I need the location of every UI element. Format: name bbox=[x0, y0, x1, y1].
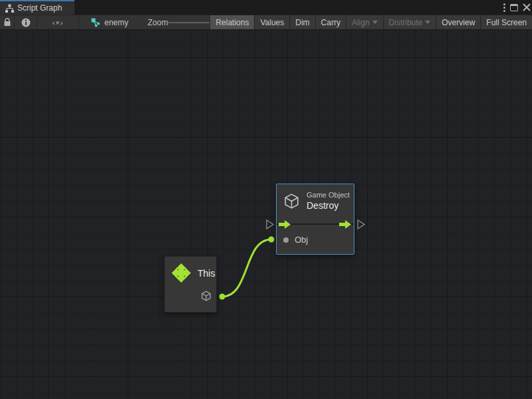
close-icon[interactable] bbox=[523, 3, 531, 11]
chevron-down-icon bbox=[425, 21, 430, 24]
destroy-node-titles: Game Object Destroy bbox=[307, 190, 350, 211]
lock-button[interactable] bbox=[0, 15, 15, 29]
kebab-menu-icon[interactable] bbox=[503, 3, 505, 13]
flow-input-indicator-icon bbox=[267, 220, 273, 229]
destroy-node[interactable]: Game Object Destroy Obj bbox=[276, 184, 354, 255]
port-dot-icon bbox=[283, 237, 289, 243]
edges-layer bbox=[0, 30, 532, 399]
overview-button[interactable]: Overview bbox=[436, 15, 481, 29]
flow-output-indicator-icon bbox=[358, 220, 364, 229]
info-button[interactable] bbox=[15, 15, 37, 29]
this-arrows-icon bbox=[171, 263, 192, 283]
graph-canvas[interactable]: Game Object Destroy Obj bbox=[0, 30, 532, 399]
script-graph-window: Script Graph ‹×› bbox=[0, 0, 532, 399]
game-object-cube-icon bbox=[283, 192, 301, 210]
graph-toolbar: ‹×› enemy Zoom 1x Relations Values Dim C… bbox=[0, 15, 532, 30]
maximize-icon[interactable] bbox=[510, 4, 518, 11]
game-object-output-port[interactable] bbox=[200, 290, 212, 302]
lock-icon bbox=[3, 18, 11, 27]
graph-reference[interactable]: enemy bbox=[91, 15, 128, 29]
chevron-down-icon bbox=[372, 21, 378, 24]
dim-button[interactable]: Dim bbox=[290, 15, 315, 29]
relations-button[interactable]: Relations bbox=[210, 15, 255, 29]
node-subtitle: Game Object bbox=[307, 190, 350, 200]
graph-asset-icon bbox=[91, 18, 100, 27]
values-button[interactable]: Values bbox=[255, 15, 290, 29]
tab-title: Script Graph bbox=[17, 3, 62, 13]
carry-button[interactable]: Carry bbox=[316, 15, 346, 29]
window-controls bbox=[503, 0, 531, 15]
flow-output-port[interactable] bbox=[339, 220, 351, 229]
align-dropdown-button[interactable]: Align bbox=[346, 15, 384, 29]
graph-name: enemy bbox=[104, 18, 128, 27]
connection-end-dot bbox=[269, 237, 275, 243]
distribute-label: Distribute bbox=[389, 18, 423, 27]
info-icon bbox=[21, 18, 31, 27]
destroy-node-header: Game Object Destroy bbox=[283, 190, 350, 211]
connection-start-dot bbox=[219, 294, 225, 300]
this-node[interactable]: This bbox=[164, 256, 217, 313]
this-node-header: This bbox=[171, 263, 215, 283]
obj-input-port[interactable]: Obj bbox=[283, 235, 308, 245]
carets-glyph-icon: ‹×› bbox=[53, 19, 64, 27]
node-title: Destroy bbox=[307, 200, 350, 211]
flow-input-port[interactable] bbox=[279, 220, 291, 229]
toolbar-buttons: Relations Values Dim Carry Align Distrib… bbox=[209, 15, 532, 29]
connection-edge bbox=[222, 239, 271, 297]
distribute-dropdown-button[interactable]: Distribute bbox=[384, 15, 437, 29]
carets-toggle-button[interactable]: ‹×› bbox=[37, 15, 79, 29]
graph-hierarchy-icon bbox=[5, 4, 14, 13]
zoom-label: Zoom bbox=[148, 15, 168, 29]
node-title: This bbox=[198, 268, 215, 279]
full-screen-button[interactable]: Full Screen bbox=[481, 15, 532, 29]
tab-bar: Script Graph bbox=[0, 0, 532, 15]
port-label: Obj bbox=[295, 235, 308, 245]
tab-script-graph[interactable]: Script Graph bbox=[0, 0, 74, 15]
align-label: Align bbox=[352, 18, 370, 27]
